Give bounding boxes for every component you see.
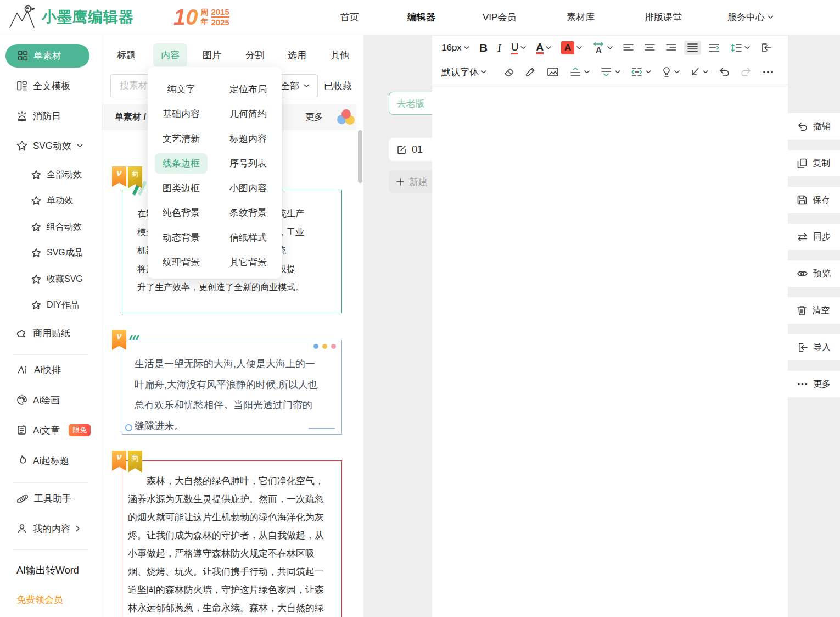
sidebar-item-single-material[interactable]: 单素材: [5, 44, 89, 68]
tab-divider[interactable]: 分割: [242, 43, 268, 66]
align-center-button[interactable]: [641, 41, 658, 54]
star-s-icon: s: [16, 140, 27, 151]
more-tools-button[interactable]: [759, 68, 777, 76]
card-text: 生活是一望无际的大海,人便是大海上的一 叶扁舟,大海没有风平浪静的时候,所以人也…: [135, 354, 330, 436]
sidebar-item-fav-svg[interactable]: 收藏SVG: [0, 268, 102, 290]
undo-button[interactable]: [715, 65, 733, 79]
import-icon: [797, 342, 808, 353]
preview-action-button[interactable]: 预览: [788, 260, 840, 287]
highlight-tool-button[interactable]: [658, 64, 682, 80]
sidebar-item-svg-anim[interactable]: s SVG动效: [0, 135, 102, 157]
line-height-button[interactable]: [727, 41, 753, 55]
sidebar-item-tools[interactable]: 工具助手: [0, 487, 102, 509]
dropdown-item-pure-text[interactable]: 纯文字: [148, 77, 215, 102]
line-decoration: [309, 428, 335, 429]
dropdown-item-solid-bg[interactable]: 纯色背景: [148, 201, 215, 225]
insert-image-button[interactable]: [544, 65, 562, 79]
dropdown-item-stripe-bg[interactable]: 条纹背景: [215, 201, 282, 225]
margin-button[interactable]: [628, 64, 654, 80]
font-size-dropdown[interactable]: 16px: [439, 40, 472, 55]
sidebar-item-diy[interactable]: DIY作品: [0, 294, 102, 316]
dropdown-item-other-bg[interactable]: 其它背景: [215, 250, 282, 275]
bold-button[interactable]: B: [477, 39, 490, 57]
back-to-old-version-button[interactable]: 去老版: [389, 92, 432, 115]
sidebar-item-ai-article[interactable]: Ai文章 限免: [0, 419, 102, 441]
more-action-button[interactable]: 更多: [788, 371, 840, 397]
dropdown-item-small-image[interactable]: 小图内容: [215, 176, 282, 201]
nav-service-center[interactable]: 服务中心: [727, 0, 774, 35]
align-right-button[interactable]: [663, 41, 680, 54]
editor-canvas[interactable]: [432, 85, 788, 617]
import-action-button[interactable]: 导入: [788, 334, 840, 360]
clear-format-button[interactable]: [500, 64, 518, 80]
sidebar-item-full-template[interactable]: 全文模板: [0, 75, 102, 97]
tab-image[interactable]: 图片: [199, 43, 225, 66]
new-page-button[interactable]: 新建: [389, 170, 432, 193]
sidebar-item-my-content[interactable]: 我的内容: [0, 518, 102, 540]
logo[interactable]: 小墨鹰编辑器: [8, 4, 134, 30]
sidebar-item-single-anim[interactable]: 1 单动效: [0, 190, 102, 212]
favorited-button[interactable]: 已收藏: [324, 74, 352, 97]
copy-action-button[interactable]: 复制: [788, 150, 840, 176]
font-family-dropdown[interactable]: 默认字体: [439, 64, 489, 81]
dropdown-item-artistic[interactable]: 文艺清新: [148, 126, 215, 151]
dropdown-item-image-border[interactable]: 图类边框: [148, 176, 215, 201]
color-filter-icon[interactable]: [337, 109, 355, 127]
sidebar-item-ai-quick[interactable]: Ai快排: [0, 359, 102, 381]
align-left-button[interactable]: [620, 41, 637, 54]
free-vip-link[interactable]: 免费领会员: [16, 593, 63, 606]
sidebar-item-combo-anim[interactable]: N 组合动效: [0, 216, 102, 238]
save-action-button[interactable]: 保存: [788, 187, 840, 213]
italic-button[interactable]: I: [495, 40, 504, 57]
page-tab-01[interactable]: 01: [389, 138, 432, 161]
tab-title[interactable]: 标题: [113, 43, 139, 66]
nav-editor[interactable]: 编辑器: [407, 0, 435, 35]
dropdown-item-line-border[interactable]: 线条边框: [148, 151, 215, 176]
dropdown-item-basic-content[interactable]: 基础内容: [148, 102, 215, 126]
sidebar-item-fire-day[interactable]: 消防日: [0, 105, 102, 127]
underline-button[interactable]: U: [508, 40, 529, 57]
dropdown-item-dynamic-bg[interactable]: 动态背景: [148, 225, 215, 250]
dropdown-item-geometric[interactable]: 几何简约: [215, 102, 282, 126]
more-link[interactable]: 更多: [305, 112, 323, 123]
nav-vip[interactable]: VIP会员: [483, 0, 516, 35]
editor-workspace: 16px B I U A A A: [363, 35, 840, 617]
ai-to-word-link[interactable]: AI输出转Word: [16, 564, 79, 577]
nav-material-library[interactable]: 素材库: [567, 0, 595, 35]
highlight-color-button[interactable]: A: [558, 39, 585, 57]
letter-spacing-icon: A: [592, 41, 605, 54]
dropdown-item-texture-bg[interactable]: 纹理背景: [148, 250, 215, 275]
dropdown-item-numbered-list[interactable]: 序号列表: [215, 151, 282, 176]
letter-spacing-button[interactable]: A: [589, 39, 615, 57]
sidebar-item-stickers[interactable]: 商用贴纸: [0, 322, 102, 344]
redo-button[interactable]: [737, 65, 755, 79]
font-color-button[interactable]: A: [533, 40, 554, 57]
dropdown-item-position-layout[interactable]: 定位布局: [215, 77, 282, 102]
align-justify-button[interactable]: [684, 41, 701, 55]
sidebar-item-ai-title[interactable]: Ai起标题: [0, 449, 102, 471]
material-card-line-border-2[interactable]: 生活是一望无际的大海,人便是大海上的一 叶扁舟,大海没有风平浪静的时候,所以人也…: [122, 340, 342, 435]
clear-action-button[interactable]: 清空: [788, 297, 840, 324]
tab-other[interactable]: 其他: [327, 43, 353, 66]
sync-action-button[interactable]: 同步: [788, 224, 840, 250]
format-painter-button[interactable]: [522, 64, 540, 80]
arrow-tool-button[interactable]: [687, 65, 711, 79]
sidebar-item-ai-paint[interactable]: Ai绘画: [0, 389, 102, 411]
sidebar-item-all-anim[interactable]: s 全部动效: [0, 164, 102, 186]
space-below-button[interactable]: [597, 64, 623, 80]
filter-all-dropdown[interactable]: 全部: [281, 80, 310, 92]
dropdown-item-letter-style[interactable]: 信纸样式: [215, 225, 282, 250]
sidebar-item-svg-finished[interactable]: SVG成品: [0, 242, 102, 264]
nav-layout-class[interactable]: 排版课堂: [645, 0, 682, 35]
tab-selected[interactable]: 选用: [284, 43, 310, 66]
insert-left-button[interactable]: [757, 40, 775, 55]
dropdown-item-title-content[interactable]: 标题内容: [215, 126, 282, 151]
undo-action-button[interactable]: 撤销: [788, 113, 840, 140]
panel-scrollbar[interactable]: [358, 130, 362, 183]
indent-button[interactable]: [705, 41, 723, 54]
tab-content[interactable]: 内容: [153, 43, 187, 66]
nav-home[interactable]: 首页: [340, 0, 359, 35]
space-above-button[interactable]: [566, 64, 592, 80]
redo-icon: [740, 67, 752, 77]
material-card-line-border-3[interactable]: 森林，大自然的绿色肺叶，它们净化空气， 涵养水源为无数生灵提供庇护。然而，一次疏…: [122, 460, 342, 617]
